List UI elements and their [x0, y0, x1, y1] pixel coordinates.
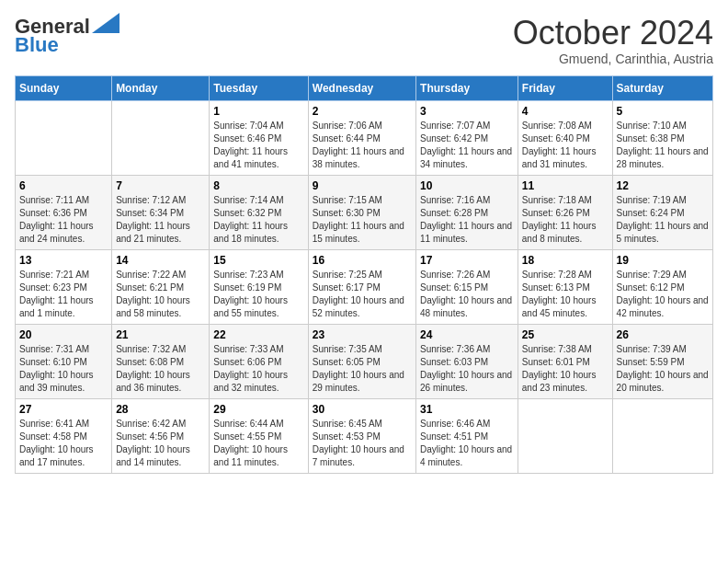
day-cell: [16, 100, 112, 175]
day-info: Sunrise: 7:22 AM Sunset: 6:21 PM Dayligh…: [116, 269, 205, 320]
day-cell: 29Sunrise: 6:44 AM Sunset: 4:55 PM Dayli…: [210, 398, 308, 473]
day-number: 8: [213, 179, 303, 192]
day-cell: 13Sunrise: 7:21 AM Sunset: 6:23 PM Dayli…: [16, 249, 112, 324]
svg-marker-0: [92, 13, 119, 33]
day-cell: 7Sunrise: 7:12 AM Sunset: 6:34 PM Daylig…: [112, 175, 210, 249]
day-cell: [518, 398, 612, 473]
day-header-friday: Friday: [518, 75, 612, 100]
day-cell: 16Sunrise: 7:25 AM Sunset: 6:17 PM Dayli…: [308, 249, 415, 324]
day-number: 26: [617, 328, 709, 341]
day-number: 23: [313, 328, 412, 341]
day-number: 10: [420, 179, 514, 192]
day-number: 7: [116, 179, 205, 192]
day-info: Sunrise: 7:16 AM Sunset: 6:28 PM Dayligh…: [420, 194, 514, 246]
day-info: Sunrise: 7:31 AM Sunset: 6:10 PM Dayligh…: [19, 343, 108, 395]
day-info: Sunrise: 7:35 AM Sunset: 6:05 PM Dayligh…: [313, 343, 412, 395]
day-header-saturday: Saturday: [612, 75, 712, 100]
day-cell: 5Sunrise: 7:10 AM Sunset: 6:38 PM Daylig…: [612, 100, 712, 175]
day-cell: 26Sunrise: 7:39 AM Sunset: 5:59 PM Dayli…: [612, 324, 712, 398]
day-cell: 2Sunrise: 7:06 AM Sunset: 6:44 PM Daylig…: [308, 100, 415, 175]
day-info: Sunrise: 7:15 AM Sunset: 6:30 PM Dayligh…: [313, 194, 412, 246]
day-cell: 1Sunrise: 7:04 AM Sunset: 6:46 PM Daylig…: [210, 100, 308, 175]
day-cell: 17Sunrise: 7:26 AM Sunset: 6:15 PM Dayli…: [416, 249, 518, 324]
day-number: 29: [213, 403, 303, 416]
day-number: 5: [617, 105, 709, 118]
day-number: 13: [19, 254, 108, 267]
day-cell: [612, 398, 712, 473]
day-cell: 30Sunrise: 6:45 AM Sunset: 4:53 PM Dayli…: [308, 398, 415, 473]
day-cell: 14Sunrise: 7:22 AM Sunset: 6:21 PM Dayli…: [112, 249, 210, 324]
day-info: Sunrise: 7:06 AM Sunset: 6:44 PM Dayligh…: [313, 120, 412, 171]
day-header-wednesday: Wednesday: [308, 75, 415, 100]
day-number: 22: [213, 328, 303, 341]
day-cell: 23Sunrise: 7:35 AM Sunset: 6:05 PM Dayli…: [308, 324, 415, 398]
day-cell: 19Sunrise: 7:29 AM Sunset: 6:12 PM Dayli…: [612, 249, 712, 324]
day-header-monday: Monday: [112, 75, 210, 100]
day-cell: 18Sunrise: 7:28 AM Sunset: 6:13 PM Dayli…: [518, 249, 612, 324]
day-number: 3: [420, 105, 514, 118]
day-cell: 11Sunrise: 7:18 AM Sunset: 6:26 PM Dayli…: [518, 175, 612, 249]
day-cell: 22Sunrise: 7:33 AM Sunset: 6:06 PM Dayli…: [210, 324, 308, 398]
day-cell: 10Sunrise: 7:16 AM Sunset: 6:28 PM Dayli…: [416, 175, 518, 249]
day-info: Sunrise: 7:36 AM Sunset: 6:03 PM Dayligh…: [420, 343, 514, 395]
day-cell: 4Sunrise: 7:08 AM Sunset: 6:40 PM Daylig…: [518, 100, 612, 175]
day-number: 21: [116, 328, 205, 341]
day-number: 19: [617, 254, 709, 267]
day-info: Sunrise: 7:39 AM Sunset: 5:59 PM Dayligh…: [617, 343, 709, 395]
location-subtitle: Gmuend, Carinthia, Austria: [513, 52, 713, 66]
day-number: 16: [313, 254, 412, 267]
calendar-table: SundayMondayTuesdayWednesdayThursdayFrid…: [15, 75, 713, 474]
day-number: 30: [313, 403, 412, 416]
day-header-sunday: Sunday: [16, 75, 112, 100]
week-row-1: 1Sunrise: 7:04 AM Sunset: 6:46 PM Daylig…: [16, 100, 713, 175]
day-number: 17: [420, 254, 514, 267]
day-info: Sunrise: 6:45 AM Sunset: 4:53 PM Dayligh…: [313, 418, 412, 469]
day-cell: 15Sunrise: 7:23 AM Sunset: 6:19 PM Dayli…: [210, 249, 308, 324]
day-cell: 27Sunrise: 6:41 AM Sunset: 4:58 PM Dayli…: [16, 398, 112, 473]
logo-wing-icon: [92, 13, 119, 33]
day-number: 31: [420, 403, 514, 416]
day-info: Sunrise: 7:33 AM Sunset: 6:06 PM Dayligh…: [213, 343, 303, 395]
day-info: Sunrise: 7:12 AM Sunset: 6:34 PM Dayligh…: [116, 194, 205, 246]
day-info: Sunrise: 7:23 AM Sunset: 6:19 PM Dayligh…: [213, 269, 303, 320]
day-info: Sunrise: 7:21 AM Sunset: 6:23 PM Dayligh…: [19, 269, 108, 320]
day-number: 28: [116, 403, 205, 416]
day-info: Sunrise: 6:44 AM Sunset: 4:55 PM Dayligh…: [213, 418, 303, 469]
page-header: General Blue October 2024 Gmuend, Carint…: [15, 15, 713, 66]
day-info: Sunrise: 6:41 AM Sunset: 4:58 PM Dayligh…: [19, 418, 108, 469]
logo-blue-text: Blue: [15, 33, 59, 57]
week-row-3: 13Sunrise: 7:21 AM Sunset: 6:23 PM Dayli…: [16, 249, 713, 324]
day-cell: 28Sunrise: 6:42 AM Sunset: 4:56 PM Dayli…: [112, 398, 210, 473]
day-cell: 20Sunrise: 7:31 AM Sunset: 6:10 PM Dayli…: [16, 324, 112, 398]
day-number: 11: [522, 179, 609, 192]
day-info: Sunrise: 7:14 AM Sunset: 6:32 PM Dayligh…: [213, 194, 303, 246]
day-info: Sunrise: 7:04 AM Sunset: 6:46 PM Dayligh…: [213, 120, 303, 171]
day-cell: 24Sunrise: 7:36 AM Sunset: 6:03 PM Dayli…: [416, 324, 518, 398]
day-cell: 6Sunrise: 7:11 AM Sunset: 6:36 PM Daylig…: [16, 175, 112, 249]
day-number: 1: [213, 105, 303, 118]
day-number: 2: [313, 105, 412, 118]
day-info: Sunrise: 7:11 AM Sunset: 6:36 PM Dayligh…: [19, 194, 108, 246]
day-cell: 3Sunrise: 7:07 AM Sunset: 6:42 PM Daylig…: [416, 100, 518, 175]
day-info: Sunrise: 7:38 AM Sunset: 6:01 PM Dayligh…: [522, 343, 609, 395]
day-cell: 25Sunrise: 7:38 AM Sunset: 6:01 PM Dayli…: [518, 324, 612, 398]
day-info: Sunrise: 7:32 AM Sunset: 6:08 PM Dayligh…: [116, 343, 205, 395]
day-info: Sunrise: 7:26 AM Sunset: 6:15 PM Dayligh…: [420, 269, 514, 320]
day-number: 6: [19, 179, 108, 192]
calendar-header-row: SundayMondayTuesdayWednesdayThursdayFrid…: [16, 75, 713, 100]
day-number: 20: [19, 328, 108, 341]
day-header-thursday: Thursday: [416, 75, 518, 100]
day-cell: [112, 100, 210, 175]
day-info: Sunrise: 7:28 AM Sunset: 6:13 PM Dayligh…: [522, 269, 609, 320]
day-number: 24: [420, 328, 514, 341]
day-info: Sunrise: 6:42 AM Sunset: 4:56 PM Dayligh…: [116, 418, 205, 469]
month-title: October 2024: [513, 15, 713, 52]
day-number: 14: [116, 254, 205, 267]
title-area: October 2024 Gmuend, Carinthia, Austria: [513, 15, 713, 66]
day-number: 12: [617, 179, 709, 192]
day-cell: 8Sunrise: 7:14 AM Sunset: 6:32 PM Daylig…: [210, 175, 308, 249]
day-info: Sunrise: 7:10 AM Sunset: 6:38 PM Dayligh…: [617, 120, 709, 171]
day-cell: 31Sunrise: 6:46 AM Sunset: 4:51 PM Dayli…: [416, 398, 518, 473]
day-info: Sunrise: 6:46 AM Sunset: 4:51 PM Dayligh…: [420, 418, 514, 469]
day-number: 9: [313, 179, 412, 192]
